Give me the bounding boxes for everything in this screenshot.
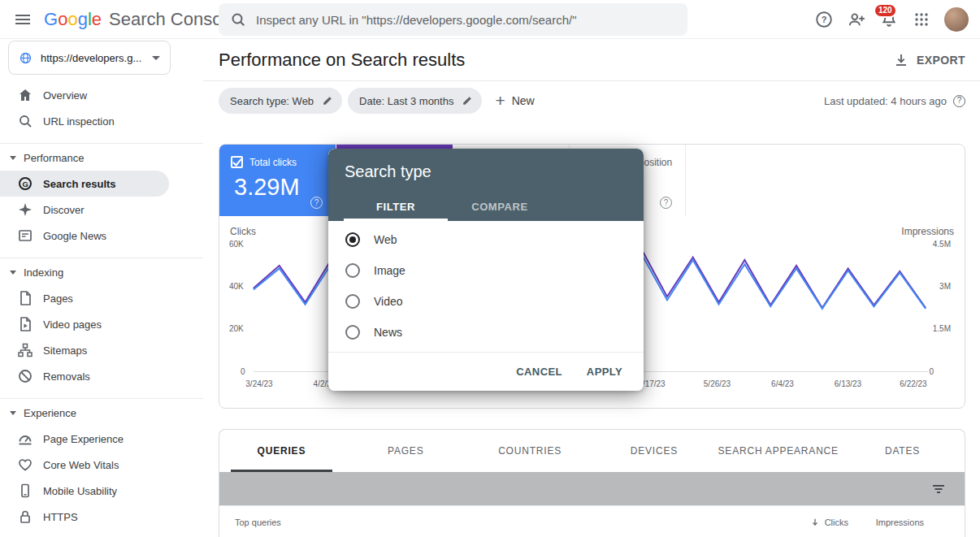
option-web[interactable]: Web — [328, 224, 644, 255]
option-news[interactable]: News — [328, 317, 644, 348]
collapse-arrow-icon — [10, 271, 16, 275]
property-selector[interactable]: https://developers.g... — [8, 41, 171, 75]
menu-button[interactable] — [7, 3, 39, 36]
export-button[interactable]: EXPORT — [893, 52, 965, 68]
news-icon — [17, 227, 33, 244]
export-label: EXPORT — [917, 54, 965, 67]
radio-icon[interactable] — [345, 263, 360, 278]
sitemaps-icon — [17, 342, 33, 358]
date-range-chip[interactable]: Date: Last 3 months — [348, 88, 482, 114]
dialog-header: Search type FILTER COMPARE — [328, 149, 644, 221]
dialog-title: Search type — [345, 162, 627, 181]
search-results-icon: G — [17, 175, 33, 192]
column-header-impressions[interactable]: Impressions — [876, 518, 924, 527]
add-user-button[interactable] — [840, 3, 873, 36]
search-icon — [230, 11, 246, 28]
person-add-icon — [848, 11, 865, 28]
tab-queries[interactable]: QUERIES — [219, 430, 344, 472]
tab-devices[interactable]: DEVICES — [592, 430, 716, 472]
app-logo[interactable]: Google Search Console — [44, 9, 236, 30]
lock-icon — [17, 509, 33, 525]
sidebar-item-label: Overview — [43, 89, 87, 102]
sidebar-item-label: Removals — [43, 370, 90, 383]
sidebar-item-page-experience[interactable]: Page Experience — [0, 426, 169, 452]
search-type-chip[interactable]: Search type: Web — [219, 88, 342, 114]
tab-dates[interactable]: DATES — [840, 430, 965, 472]
notifications-button[interactable]: 120 — [873, 3, 905, 36]
sidebar-item-label: Google News — [43, 230, 106, 242]
url-inspection-searchbox[interactable] — [219, 3, 687, 36]
section-label: Performance — [24, 152, 84, 164]
dialog-tab-filter[interactable]: FILTER — [344, 192, 448, 221]
sidebar-item-discover[interactable]: Discover — [0, 197, 169, 223]
logo-letter: o — [67, 9, 77, 30]
section-header-indexing[interactable]: Indexing — [0, 259, 203, 285]
sidebar-item-label: Pages — [43, 292, 73, 305]
page-header: Performance on Search results EXPORT — [203, 39, 980, 81]
filter-icon — [930, 481, 947, 497]
sidebar-item-removals[interactable]: Removals — [0, 363, 169, 389]
page-experience-icon — [17, 431, 33, 447]
radio-icon[interactable] — [345, 294, 360, 309]
sidebar-item-video-pages[interactable]: Video pages — [0, 311, 169, 337]
section-label: Experience — [24, 407, 76, 419]
sidebar-item-label: Sitemaps — [43, 344, 87, 357]
discover-icon — [17, 201, 33, 218]
section-header-experience[interactable]: Experience — [0, 400, 203, 426]
new-filter-button[interactable]: + New — [495, 88, 534, 114]
edit-icon[interactable] — [321, 94, 334, 107]
apps-button[interactable] — [905, 3, 938, 36]
last-updated: Last updated: 4 hours ago — [824, 88, 965, 114]
search-type-dialog: Search type FILTER COMPARE Web Image Vid… — [328, 149, 644, 391]
question-circle-icon[interactable] — [953, 95, 965, 107]
topbar-actions: ? 120 — [808, 3, 975, 36]
tab-search-appearance[interactable]: SEARCH APPEARANCE — [716, 430, 840, 472]
property-url: https://developers.g... — [41, 52, 144, 64]
divider — [0, 398, 203, 399]
sidebar-item-label: HTTPS — [43, 511, 78, 523]
mobile-icon — [17, 483, 33, 499]
avatar[interactable] — [944, 7, 969, 32]
sidebar-item-pages[interactable]: Pages — [0, 285, 169, 311]
download-icon — [893, 52, 909, 68]
option-label: Web — [374, 233, 397, 246]
option-label: Image — [374, 264, 405, 277]
dialog-body: Web Image Video News — [328, 221, 644, 348]
sidebar-item-https[interactable]: HTTPS — [0, 504, 169, 530]
tab-countries[interactable]: COUNTRIES — [468, 430, 592, 472]
help-button[interactable]: ? — [808, 3, 840, 36]
dialog-tab-compare[interactable]: COMPARE — [448, 192, 552, 221]
option-image[interactable]: Image — [328, 255, 644, 286]
radio-icon[interactable] — [345, 325, 360, 340]
sidebar-item-core-web-vitals[interactable]: Core Web Vitals — [0, 452, 169, 478]
sidebar-item-overview[interactable]: Overview — [0, 82, 169, 108]
search-input[interactable] — [256, 13, 676, 27]
section-header-performance[interactable]: Performance — [0, 145, 203, 171]
collapse-arrow-icon — [10, 156, 16, 160]
column-header-clicks[interactable]: Clicks — [809, 517, 848, 528]
sidebar-item-google-news[interactable]: Google News — [0, 223, 169, 249]
topbar: Google Search Console ? 120 — [0, 0, 980, 39]
sidebar-item-mobile-usability[interactable]: Mobile Usability — [0, 478, 169, 504]
svg-text:G: G — [23, 180, 28, 188]
option-video[interactable]: Video — [328, 286, 644, 317]
edit-icon[interactable] — [461, 94, 474, 107]
menu-icon — [15, 15, 30, 24]
dialog-tabs: FILTER COMPARE — [344, 192, 552, 221]
sidebar-item-search-results[interactable]: G Search results — [0, 171, 169, 197]
sidebar-item-label: Discover — [43, 204, 85, 216]
divider — [0, 258, 203, 258]
product-name: Search Console — [109, 9, 236, 30]
section-label: Indexing — [24, 266, 63, 279]
dialog-footer: CANCEL APPLY — [328, 352, 644, 391]
filter-rows-button[interactable] — [930, 481, 947, 497]
plus-icon: + — [495, 93, 505, 109]
column-header-queries[interactable]: Top queries — [235, 518, 281, 527]
cancel-button[interactable]: CANCEL — [516, 366, 562, 378]
sidebar-item-url-inspection[interactable]: URL inspection — [0, 108, 169, 134]
apply-button[interactable]: APPLY — [587, 366, 622, 378]
sidebar-item-label: URL inspection — [43, 115, 115, 128]
tab-pages[interactable]: PAGES — [344, 430, 468, 472]
sidebar-item-sitemaps[interactable]: Sitemaps — [0, 337, 169, 363]
radio-icon[interactable] — [345, 232, 360, 247]
